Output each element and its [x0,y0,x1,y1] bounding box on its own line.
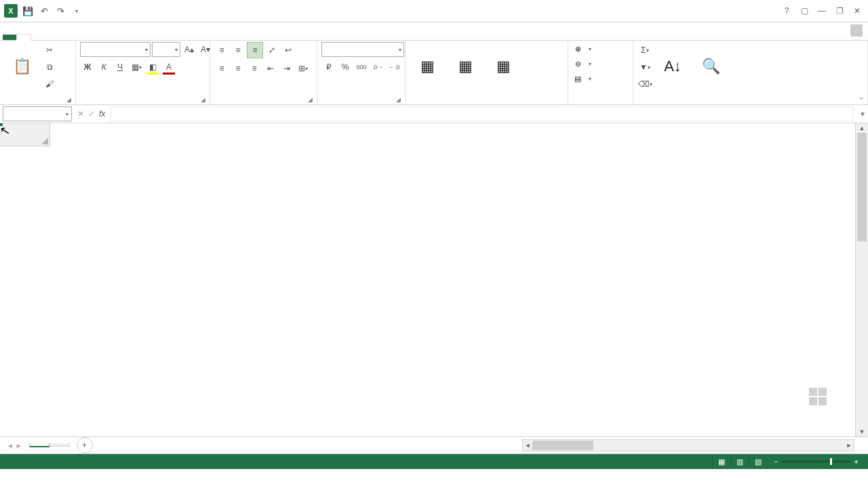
dialog-launcher-icon[interactable]: ◢ [66,96,71,103]
cancel-formula-icon[interactable]: ✕ [77,109,84,119]
cut-icon[interactable]: ✂ [42,43,57,58]
accounting-format-icon[interactable]: ₽ [321,60,336,75]
bold-button[interactable]: Ж [80,60,95,75]
copy-icon[interactable]: ⧉ [42,60,57,75]
scroll-up-icon[interactable]: ▲ [856,123,868,133]
increase-font-icon[interactable]: A▴ [182,42,197,57]
tab-formulas[interactable] [58,35,72,40]
align-center-icon[interactable]: ≡ [231,61,245,76]
zoom-slider[interactable] [783,460,850,463]
font-name-combo[interactable]: ▾ [80,42,151,57]
vscroll-thumb[interactable] [857,133,867,241]
tab-home[interactable] [16,34,31,41]
italic-button[interactable]: К [96,60,111,75]
fill-color-button[interactable]: ◧ [145,60,160,75]
scroll-down-icon[interactable]: ▼ [856,427,868,436]
paste-icon: 📋 [11,56,33,77]
find-select-button[interactable]: 🔍 [693,54,728,80]
dialog-launcher-icon[interactable]: ◢ [308,96,313,103]
format-cells-icon: ▤ [572,73,583,84]
increase-decimal-icon[interactable]: .0→ [370,60,385,75]
align-left-icon[interactable]: ≡ [214,61,229,76]
merge-center-icon[interactable]: ⊞▾ [296,61,311,76]
tab-insert[interactable] [31,35,45,40]
clear-icon[interactable]: ⌫▾ [637,77,652,92]
vertical-scrollbar[interactable]: ▲ ▼ [855,123,868,436]
insert-cells-button[interactable]: ⊕ ▾ [572,42,591,56]
tab-review[interactable] [85,35,99,40]
close-icon[interactable]: ✕ [849,4,865,18]
tab-view[interactable] [99,35,113,40]
format-painter-icon[interactable]: 🖌 [42,77,57,92]
font-size-combo[interactable]: ▾ [152,42,180,57]
tab-file[interactable] [3,35,16,40]
page-break-view-icon[interactable]: ▧ [749,455,767,468]
font-color-button[interactable]: A [161,60,176,75]
maximize-icon[interactable]: ❐ [831,4,848,18]
sort-filter-button[interactable]: A↓ [655,54,690,80]
sheet-tab-active[interactable] [29,443,50,447]
sheet-tab[interactable] [50,443,70,447]
select-all-corner[interactable] [0,123,50,146]
undo-icon[interactable]: ↶ [38,5,50,17]
tab-page-layout[interactable] [45,35,58,40]
hscroll-thumb[interactable] [532,441,593,450]
decrease-indent-icon[interactable]: ⇤ [263,61,278,76]
scroll-right-icon[interactable]: ► [844,442,854,449]
sheet-nav[interactable]: ◄ ► [0,442,29,449]
collapse-ribbon-icon[interactable]: ⌃ [859,96,864,104]
format-cells-button[interactable]: ▤ ▾ [572,72,591,85]
autosum-icon[interactable]: Σ▾ [637,43,652,58]
ribbon: 📋 ✂ ⧉ 🖌 ◢ ▾ ▾ A▴ A▾ Ж К Ч ▦▾ [0,41,868,105]
fx-icon[interactable]: fx [99,109,105,119]
paste-button[interactable]: 📋 [4,54,39,80]
scroll-left-icon[interactable]: ◄ [523,442,532,449]
delete-cells-button[interactable]: ⊖ ▾ [572,57,591,70]
align-middle-icon[interactable]: ≡ [231,43,245,58]
excel-icon: X [4,4,18,18]
wrap-text-icon[interactable]: ↩ [281,43,296,58]
minimize-icon[interactable]: — [814,4,830,18]
qat-customize-icon[interactable]: ▾ [71,5,83,17]
format-as-table-button[interactable]: ▦ [448,54,483,80]
cell-styles-button[interactable]: ▦ [486,54,521,80]
align-bottom-icon[interactable]: ≡ [247,42,263,58]
align-top-icon[interactable]: ≡ [214,43,229,58]
insert-cells-icon: ⊕ [572,43,583,54]
number-format-combo[interactable]: ▾ [321,42,404,57]
zoom-control[interactable]: − + [774,458,863,466]
help-icon[interactable]: ? [778,4,795,18]
fill-icon[interactable]: ▼▾ [637,60,652,75]
decrease-decimal-icon[interactable]: ←.0 [387,60,401,75]
normal-view-icon[interactable]: ▦ [712,455,730,468]
page-layout-view-icon[interactable]: ▥ [730,455,749,468]
enter-formula-icon[interactable]: ✓ [88,109,95,119]
name-box[interactable]: ▾ [3,106,72,121]
horizontal-scrollbar[interactable]: ◄ ► [522,439,854,451]
expand-formula-bar-icon[interactable]: ▾ [857,109,868,119]
ribbon-options-icon[interactable]: ▢ [796,4,812,18]
group-clipboard: 📋 ✂ ⧉ 🖌 ◢ [0,41,76,104]
dialog-launcher-icon[interactable]: ◢ [396,96,401,103]
comma-format-icon[interactable]: 000 [354,60,369,75]
increase-indent-icon[interactable]: ⇥ [279,61,294,76]
formula-input[interactable] [111,106,853,121]
underline-button[interactable]: Ч [113,60,127,75]
orientation-icon[interactable]: ⤢ [264,43,279,58]
borders-button[interactable]: ▦▾ [129,60,144,75]
tab-data[interactable] [72,35,85,40]
add-sheet-button[interactable]: + [77,437,93,453]
zoom-in-icon[interactable]: + [854,458,859,466]
percent-format-icon[interactable]: % [338,60,353,75]
dialog-launcher-icon[interactable]: ◢ [201,96,205,103]
sort-filter-icon: A↓ [662,56,684,77]
zoom-out-icon[interactable]: − [774,458,778,466]
user-account[interactable] [846,24,863,37]
conditional-formatting-button[interactable]: ▦ [410,54,445,80]
align-right-icon[interactable]: ≡ [247,61,262,76]
redo-icon[interactable]: ↷ [54,5,66,17]
worksheet-grid[interactable]: ↖ [0,123,855,436]
save-icon[interactable]: 💾 [22,5,34,17]
title-bar: X 💾 ↶ ↷ ▾ ? ▢ — ❐ ✕ [0,0,868,22]
worksheet-area: ↖ ▲ ▼ [0,123,868,436]
